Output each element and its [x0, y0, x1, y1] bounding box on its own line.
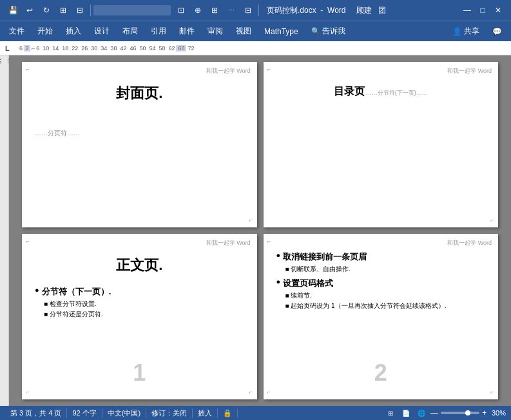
view-mode-button[interactable]: ⊞ [55, 3, 71, 18]
corner-br-toc: ⌐ [490, 216, 494, 224]
left-ruler-18: 18 [0, 58, 3, 64]
close-button[interactable]: ✕ [490, 3, 506, 18]
status-page-info[interactable]: 第 3 页，共 4 页 [5, 408, 67, 418]
p2-sub-2: ■ 续前节. [285, 291, 486, 300]
body-bullets: ● 分节符（下一页）. ■ 检查分节符设置. ■ 分节符还是分页符. [35, 284, 244, 320]
zoom-slider[interactable] [441, 412, 479, 414]
page-p2[interactable]: 和我一起学 Word ⌐ ⌐ ⌐ ● 取消链接到前一条页眉 ■ 切断联系、自由操… [264, 234, 499, 399]
p2-bullet-1: ● 取消链接到前一条页眉 [276, 251, 486, 263]
layout-button[interactable]: ⊞ [207, 3, 222, 18]
view-read-button[interactable]: 📄 [400, 408, 412, 418]
body-dot: . [159, 257, 162, 273]
menu-view[interactable]: 视图 [229, 23, 258, 39]
appname-label: Word [327, 6, 345, 15]
toc-title-row: 目录页 ……分节符(下一页)…… [276, 79, 486, 105]
person-icon: 👤 [452, 27, 462, 36]
corner-tl-toc: ⌐ [267, 66, 271, 73]
search-button[interactable]: ⊡ [173, 3, 189, 18]
restore-button[interactable]: □ [475, 3, 490, 18]
split-button[interactable]: ⊟ [240, 3, 256, 18]
zoom-level: 30% [492, 409, 506, 417]
status-lock-icon: 🔒 [218, 409, 238, 417]
status-language[interactable]: 中文(中国) [102, 408, 146, 418]
toolbar-divider2 [258, 5, 259, 16]
bullet-1: ● 分节符（下一页）. [35, 286, 244, 298]
document-name-input[interactable] [93, 5, 171, 15]
docname-label: 页码控制.docx [267, 6, 316, 15]
tab-icon[interactable]: L [5, 44, 10, 52]
minimize-button[interactable]: — [459, 3, 475, 18]
p2-sub-3: ■ 起始页码设为 1（一旦再次插入分节符会延续该格式）. [285, 301, 486, 310]
menu-mail[interactable]: 邮件 [173, 23, 201, 39]
menu-bar: 文件 开始 插入 设计 布局 引用 邮件 审阅 视图 MathType 🔍 告诉… [0, 21, 511, 41]
toolbar-divider [90, 5, 91, 16]
view-mode2-button[interactable]: ⊟ [72, 3, 88, 18]
sub-item-2: ■ 分节符还是分页符. [44, 310, 244, 319]
toc-title: 目录页 [334, 85, 365, 99]
left-ruler: 2 4 6 8 10 12 14 16 18 20 22 24 26 28 30… [0, 55, 9, 406]
menu-insert[interactable]: 插入 [59, 23, 88, 39]
watermark-toc: 和我一起学 Word [447, 67, 492, 75]
menu-layout[interactable]: 布局 [116, 23, 144, 39]
status-bar: 第 3 页，共 4 页 92 个字 中文(中国) 修订：关闭 插入 🔒 ⊞ 📄 … [0, 406, 511, 420]
zoom-plus-button[interactable]: + [482, 408, 487, 417]
sub-item-1: ■ 检查分节符设置. [44, 300, 244, 309]
ruler-mark-rest: 6 10 14 18 22 26 30 34 38 42 46 50 54 58… [36, 45, 175, 52]
toc-suffix: ……分节符(下一页)…… [366, 89, 428, 97]
p2-bullets: ● 取消链接到前一条页眉 ■ 切断联系、自由操作. ● 设置页码格式 ■ 续前节… [276, 249, 486, 312]
corner-br-p2: ⌐ [490, 388, 494, 396]
ruler-mark-6: 6 [19, 45, 23, 52]
menu-review[interactable]: 审阅 [201, 23, 229, 39]
menu-references[interactable]: 引用 [144, 23, 173, 39]
status-track[interactable]: 修订：关闭 [146, 408, 193, 418]
page-view-button[interactable]: ⊕ [190, 3, 206, 18]
page-toc[interactable]: 和我一起学 Word ⌐ ⌐ 目录页 ……分节符(下一页)…… [264, 62, 499, 227]
view-web-button[interactable]: 🌐 [415, 408, 428, 418]
redo-button[interactable]: ↻ [39, 3, 54, 18]
corner-bl-body: ⌐ [26, 388, 30, 396]
corner-tl-p2: ⌐ [267, 238, 271, 245]
body-page-number: 1 [133, 359, 146, 387]
zoom-bar: — + 30% [430, 408, 506, 417]
page-body[interactable]: 和我一起学 Word ⌐ ⌐ ⌐ 正文页. ● 分节符（下一页）. ■ 检查分节… [22, 234, 257, 399]
corner-tl-body: ⌐ [26, 238, 30, 245]
watermark-body: 和我一起学 Word [206, 239, 251, 247]
watermark-cover: 和我一起学 Word [206, 67, 251, 75]
status-right: ⊞ 📄 🌐 — + 30% [384, 408, 506, 418]
menu-comment-icon[interactable]: 💬 [486, 24, 508, 39]
corner-tl-cover: ⌐ [26, 66, 30, 73]
more-button[interactable]: ⋯ [224, 3, 239, 18]
zoom-minus-button[interactable]: — [430, 408, 438, 417]
p2-page-number: 2 [374, 359, 387, 387]
title-file-info: 页码控制.docx - Word 顾建 团 [267, 5, 386, 16]
view-normal-button[interactable]: ⊞ [384, 408, 397, 418]
corner-br-cover: ⌐ [249, 216, 253, 224]
status-insert[interactable]: 插入 [193, 408, 218, 418]
ruler-mark-68: 68 [176, 45, 186, 52]
status-word-count[interactable]: 92 个字 [67, 408, 102, 418]
menu-design[interactable]: 设计 [88, 23, 116, 39]
menu-file[interactable]: 文件 [3, 23, 31, 39]
ruler-content: 6 2 ⌐ 6 10 14 18 22 26 30 34 38 42 46 50… [19, 45, 492, 52]
cover-section-mark: ……分页符…… [35, 129, 244, 138]
cover-title: 封面页. [35, 84, 244, 103]
undo-button[interactable]: ↩ [22, 3, 37, 18]
menu-mathtype[interactable]: MathType [258, 24, 305, 39]
corner-br-body: ⌐ [249, 388, 253, 396]
menu-home[interactable]: 开始 [31, 23, 59, 39]
cover-dot: . [159, 85, 162, 101]
body-title: 正文页. [35, 256, 244, 275]
save-button[interactable]: 💾 [5, 3, 21, 18]
p2-sub-1: ■ 切断联系、自由操作. [285, 265, 486, 274]
quick-access-bar: 💾 ↩ ↻ ⊞ ⊟ ⊡ ⊕ ⊞ ⋯ ⊟ 页码控制.docx - Word 顾建 … [0, 0, 511, 21]
group-icon: 团 [378, 6, 386, 15]
ruler-mark-72: 72 [188, 45, 194, 52]
ruler-bar: L 6 2 ⌐ 6 10 14 18 22 26 30 34 38 42 46 … [0, 41, 511, 55]
menu-share[interactable]: 👤 共享 [446, 23, 486, 39]
menu-tell-me[interactable]: 🔍 告诉我 [305, 23, 352, 39]
p2-bullet-2: ● 设置页码格式 [276, 278, 486, 289]
corner-bl-p2: ⌐ [267, 388, 271, 396]
username-label: 顾建 [356, 6, 372, 15]
zoom-slider-thumb[interactable] [465, 410, 470, 415]
page-cover[interactable]: 和我一起学 Word ⌐ ⌐ 封面页. ……分页符…… [22, 62, 257, 227]
